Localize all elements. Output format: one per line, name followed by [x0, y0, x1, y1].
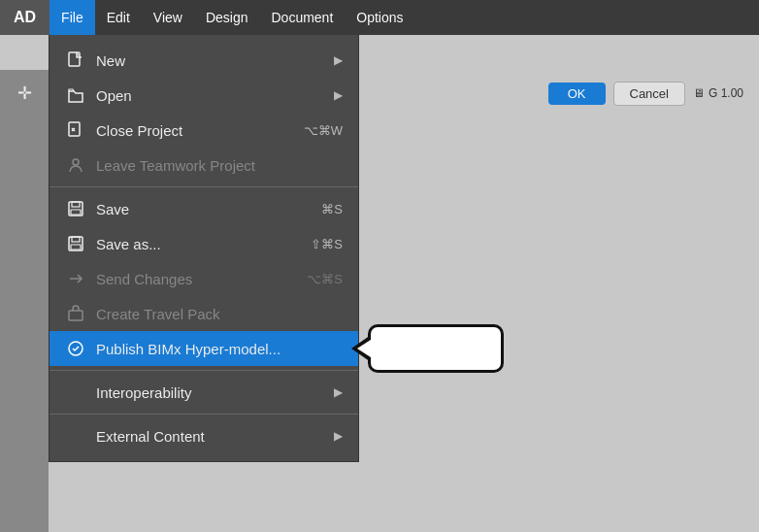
menu-section-4: External Content ▶ [50, 415, 358, 457]
menu-item-save[interactable]: Save ⌘S [50, 191, 358, 226]
menu-file-label: File [61, 10, 83, 25]
close-project-shortcut: ⌥⌘W [304, 123, 343, 138]
svg-point-2 [73, 159, 79, 165]
interoperability-icon [65, 382, 86, 403]
save-icon [65, 198, 86, 219]
interoperability-arrow: ▶ [334, 385, 343, 399]
publish-bimx-label: Publish BIMx Hyper-model... [96, 341, 343, 357]
send-changes-label: Send Changes [96, 271, 307, 287]
menu-section-1: New ▶ Open ▶ Close Project ⌥⌘W [50, 39, 358, 187]
menu-document-label: Document [271, 10, 333, 25]
top-right-toolbar: OK Cancel 🖥 G 1.00 [533, 70, 759, 116]
create-travel-pack-label: Create Travel Pack [96, 306, 343, 322]
external-content-arrow: ▶ [334, 429, 343, 443]
menu-item-close-project[interactable]: Close Project ⌥⌘W [50, 113, 358, 148]
menu-item-interoperability[interactable]: Interoperability ▶ [50, 375, 358, 410]
menu-file[interactable]: File [50, 0, 95, 35]
menu-bar: AD File Edit View Design Document Option… [0, 0, 759, 35]
send-changes-icon [65, 268, 86, 289]
menu-section-3: Interoperability ▶ [50, 371, 358, 415]
toolbar-cursor-icon[interactable]: ✛ [9, 78, 40, 109]
menu-design-label: Design [206, 10, 248, 25]
menu-item-create-travel-pack: Create Travel Pack [50, 296, 358, 331]
save-as-shortcut: ⇧⌘S [311, 237, 343, 251]
menu-item-new[interactable]: New ▶ [50, 43, 358, 78]
app-title: AD [0, 0, 50, 35]
menu-options-label: Options [356, 10, 403, 25]
cancel-button[interactable]: Cancel [613, 82, 685, 106]
menu-item-save-as[interactable]: Save as... ⇧⌘S [50, 226, 358, 261]
open-arrow: ▶ [334, 88, 343, 102]
ok-button[interactable]: OK [548, 83, 606, 105]
menu-design[interactable]: Design [194, 0, 260, 35]
save-shortcut: ⌘S [321, 202, 343, 216]
open-icon [65, 84, 86, 106]
svg-rect-8 [71, 245, 81, 249]
file-dropdown-menu: New ▶ Open ▶ Close Project ⌥⌘W [49, 35, 359, 462]
close-project-icon [65, 119, 86, 141]
leave-teamwork-icon [65, 154, 86, 176]
save-label: Save [96, 201, 321, 217]
external-content-label: External Content [96, 428, 326, 445]
svg-rect-9 [69, 311, 82, 320]
new-arrow: ▶ [334, 53, 343, 67]
create-travel-pack-icon [65, 303, 86, 324]
status-indicator: 🖥 G 1.00 [693, 86, 743, 100]
monitor-icon: 🖥 [693, 86, 705, 100]
external-content-icon [65, 425, 86, 447]
save-as-icon [65, 233, 86, 254]
status-label: G 1.00 [709, 86, 743, 100]
leave-teamwork-label: Leave Teamwork Project [96, 157, 343, 174]
svg-rect-5 [71, 210, 81, 215]
menu-view[interactable]: View [142, 0, 194, 35]
menu-item-publish-bimx[interactable]: Publish BIMx Hyper-model... [50, 331, 358, 366]
new-icon [65, 50, 86, 71]
menu-view-label: View [153, 10, 182, 25]
menu-edit-label: Edit [107, 10, 130, 25]
left-toolbar: ✛ [0, 70, 49, 532]
menu-item-open[interactable]: Open ▶ [50, 78, 358, 113]
app-title-text: AD [14, 9, 36, 26]
callout-arrow [368, 324, 504, 373]
save-as-label: Save as... [96, 236, 311, 252]
send-changes-shortcut: ⌥⌘S [307, 272, 343, 286]
menu-item-external-content[interactable]: External Content ▶ [50, 418, 358, 453]
publish-bimx-icon [65, 338, 86, 359]
interoperability-label: Interoperability [96, 384, 326, 401]
menu-section-2: Save ⌘S Save as... ⇧⌘S Send Changes [50, 187, 358, 371]
close-project-label: Close Project [96, 122, 304, 139]
menu-document[interactable]: Document [259, 0, 345, 35]
menu-options[interactable]: Options [345, 0, 414, 35]
open-label: Open [96, 87, 326, 104]
menu-item-send-changes: Send Changes ⌥⌘S [50, 261, 358, 296]
menu-edit[interactable]: Edit [95, 0, 142, 35]
new-label: New [96, 52, 326, 69]
menu-item-leave-teamwork: Leave Teamwork Project [50, 148, 358, 183]
